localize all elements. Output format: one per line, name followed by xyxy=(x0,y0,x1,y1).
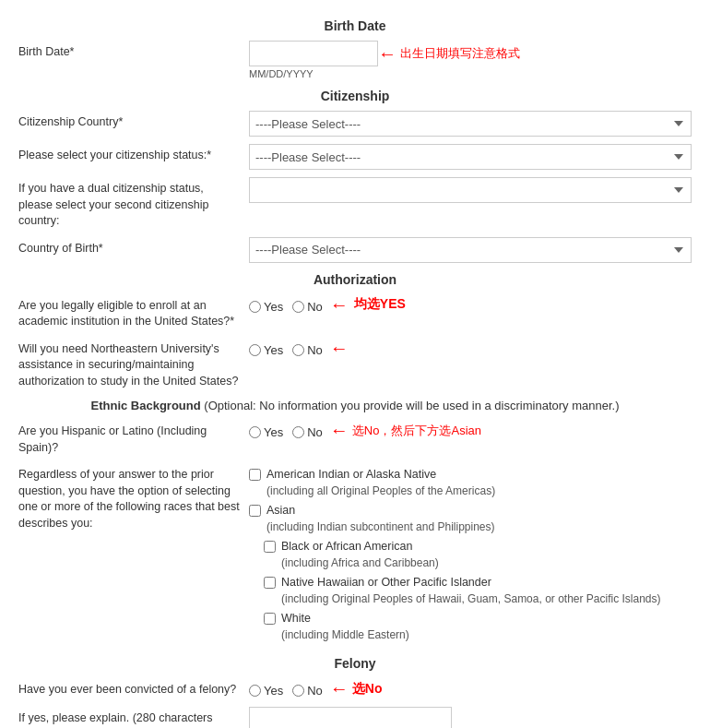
citizenship-status-label: Please select your citizenship status:* xyxy=(18,144,249,164)
country-of-birth-input-col: ----Please Select---- xyxy=(249,237,692,263)
ethnic-title: Ethnic Background (Optional: No informat… xyxy=(18,399,692,412)
eligible-label: Are you legally eligible to enroll at an… xyxy=(18,294,249,330)
citizenship-status-select[interactable]: ----Please Select---- xyxy=(249,144,692,170)
birth-date-input-col: ← 出生日期填写注意格式 MM/DD/YYYY xyxy=(249,41,692,79)
felony-question-row: Have you ever been convicted of a felony… xyxy=(18,678,692,699)
felony-radio-group: Yes No xyxy=(249,680,323,698)
race-american-indian-label: American Indian or Alaska Native (includ… xyxy=(266,467,495,499)
northeastern-auth-row: Will you need Northeastern University's … xyxy=(18,338,692,390)
race-white-item: White (including Middle Eastern) xyxy=(264,611,692,643)
birth-date-row: Birth Date* ← 出生日期填写注意格式 MM/DD/YYYY xyxy=(18,41,692,79)
ethnic-subtitle: (Optional: No information you provide wi… xyxy=(204,399,619,412)
citizenship-country-input-col: ----Please Select---- xyxy=(249,111,692,137)
race-black-title: Black or African American xyxy=(281,540,412,553)
citizenship-country-label: Citizenship Country* xyxy=(18,111,249,131)
citizenship-country-select[interactable]: ----Please Select---- xyxy=(249,111,692,137)
felony-annotation: 选No xyxy=(352,681,383,698)
citizenship-status-row: Please select your citizenship status:* … xyxy=(18,144,692,170)
hispanic-arrow: ← xyxy=(330,420,349,441)
race-american-indian-item: American Indian or Alaska Native (includ… xyxy=(249,467,692,499)
citizenship-status-input-col: ----Please Select---- xyxy=(249,144,692,170)
eligible-arrow: ← xyxy=(330,294,349,316)
race-white-checkbox[interactable] xyxy=(264,613,276,625)
hispanic-label: Are you Hispanic or Latino (Including Sp… xyxy=(18,420,249,456)
races-row: Regardless of your answer to the prior q… xyxy=(18,463,692,647)
race-american-indian-title: American Indian or Alaska Native xyxy=(266,468,436,481)
race-black-sub: (including Africa and Caribbean) xyxy=(281,556,439,569)
eligible-no-radio[interactable] xyxy=(292,301,304,313)
northeastern-auth-arrow: ← xyxy=(330,338,349,359)
felony-title: Felony xyxy=(18,656,692,671)
northeastern-auth-radio-group: Yes No xyxy=(249,340,323,357)
northeastern-auth-yes-radio[interactable] xyxy=(249,344,261,356)
ethnic-section: Ethnic Background (Optional: No informat… xyxy=(18,399,692,647)
felony-question-label: Have you ever been convicted of a felony… xyxy=(18,678,249,698)
felony-no-text: No xyxy=(307,684,323,698)
northeastern-auth-no-label[interactable]: No xyxy=(292,343,323,357)
hispanic-no-label[interactable]: No xyxy=(292,425,323,439)
ethnic-title-bold: Ethnic Background xyxy=(91,399,205,412)
felony-no-radio[interactable] xyxy=(292,685,304,697)
northeastern-auth-input-col: Yes No ← xyxy=(249,338,692,359)
felony-explain-row: If yes, please explain. (280 characters … xyxy=(18,707,692,728)
eligible-yes-radio[interactable] xyxy=(249,301,261,313)
eligible-annotation: 均选YES xyxy=(354,296,406,313)
race-white-title: White xyxy=(281,612,311,625)
eligible-row: Are you legally eligible to enroll at an… xyxy=(18,294,692,330)
race-white-sub: (including Middle Eastern) xyxy=(281,628,409,641)
race-asian-checkbox[interactable] xyxy=(249,505,261,517)
hispanic-annotation-block: Yes No ← 选No，然后下方选Asian xyxy=(249,420,692,441)
race-black-label: Black or African American (including Afr… xyxy=(281,539,439,571)
felony-explain-textarea[interactable] xyxy=(249,707,452,728)
felony-yes-label[interactable]: Yes xyxy=(249,684,283,698)
felony-arrow: ← xyxy=(330,678,349,699)
eligible-yes-label[interactable]: Yes xyxy=(249,300,283,314)
hispanic-yes-text: Yes xyxy=(264,425,283,439)
eligible-radio-group: Yes No xyxy=(249,296,323,314)
felony-no-label[interactable]: No xyxy=(292,684,323,698)
felony-question-input-col: Yes No ← 选No xyxy=(249,678,692,699)
birth-date-input[interactable] xyxy=(249,41,378,66)
citizenship-section: Citizenship Citizenship Country* ----Ple… xyxy=(18,89,692,263)
eligible-no-label[interactable]: No xyxy=(292,300,323,314)
races-input-col: American Indian or Alaska Native (includ… xyxy=(249,463,692,647)
race-nhopi-checkbox[interactable] xyxy=(264,577,276,589)
dual-citizenship-row: If you have a dual citizenship status, p… xyxy=(18,177,692,230)
felony-yes-text: Yes xyxy=(264,684,283,698)
hispanic-yes-label[interactable]: Yes xyxy=(249,425,283,439)
citizenship-country-row: Citizenship Country* ----Please Select--… xyxy=(18,111,692,137)
hispanic-annotation: 选No，然后下方选Asian xyxy=(352,423,481,439)
birth-date-title: Birth Date xyxy=(18,18,692,33)
race-black-checkbox[interactable] xyxy=(264,541,276,553)
felony-yes-radio[interactable] xyxy=(249,685,261,697)
hispanic-no-text: No xyxy=(307,425,323,439)
hispanic-no-radio[interactable] xyxy=(292,426,304,438)
race-american-indian-sub: (including all Original Peoples of the A… xyxy=(266,484,495,497)
eligible-input-col: Yes No ← 均选YES xyxy=(249,294,692,316)
birth-date-arrow: ← xyxy=(378,43,396,65)
race-asian-label: Asian (including Indian subcontinent and… xyxy=(266,503,495,535)
felony-explain-input-col: Characters left in your response 280 xyxy=(249,707,692,728)
country-of-birth-select[interactable]: ----Please Select---- xyxy=(249,237,692,263)
dual-citizenship-select[interactable] xyxy=(249,177,692,203)
felony-section: Felony Have you ever been convicted of a… xyxy=(18,656,692,728)
citizenship-title: Citizenship xyxy=(18,89,692,103)
eligible-annotation-block: Yes No ← 均选YES xyxy=(249,294,692,316)
race-white-label: White (including Middle Eastern) xyxy=(281,611,409,643)
hispanic-row: Are you Hispanic or Latino (Including Sp… xyxy=(18,420,692,456)
race-asian-item: Asian (including Indian subcontinent and… xyxy=(249,503,692,535)
dual-citizenship-label: If you have a dual citizenship status, p… xyxy=(18,177,249,230)
races-checkbox-group: American Indian or Alaska Native (includ… xyxy=(249,463,692,643)
race-american-indian-checkbox[interactable] xyxy=(249,469,261,481)
northeastern-auth-no-radio[interactable] xyxy=(292,344,304,356)
race-black-item: Black or African American (including Afr… xyxy=(264,539,692,571)
race-nhopi-sub: (including Original Peoples of Hawaii, G… xyxy=(281,592,661,605)
hispanic-radio-group: Yes No xyxy=(249,422,323,439)
eligible-no-text: No xyxy=(307,300,323,314)
felony-annotation-block: Yes No ← 选No xyxy=(249,678,692,699)
hispanic-yes-radio[interactable] xyxy=(249,426,261,438)
northeastern-auth-yes-label[interactable]: Yes xyxy=(249,343,283,357)
hispanic-input-col: Yes No ← 选No，然后下方选Asian xyxy=(249,420,692,441)
race-nhopi-title: Native Hawaiian or Other Pacific Islande… xyxy=(281,576,491,589)
eligible-yes-text: Yes xyxy=(264,300,283,314)
